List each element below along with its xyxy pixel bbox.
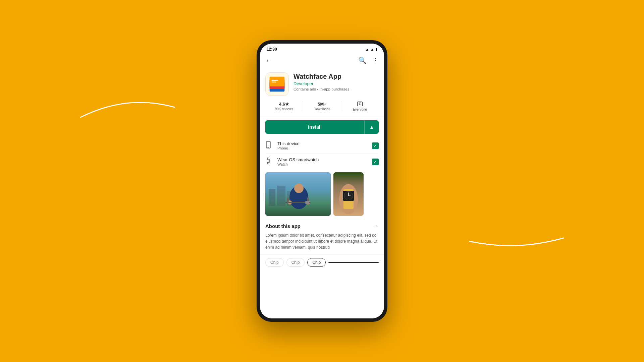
device-watch-type: Watch bbox=[277, 162, 372, 166]
install-btn-wrapper: Install ▲ bbox=[265, 120, 379, 134]
device-watch-checkbox[interactable]: ✓ bbox=[372, 159, 379, 165]
downloads-label: Downloads bbox=[314, 107, 330, 111]
svg-rect-21 bbox=[287, 197, 289, 203]
install-button[interactable]: Install bbox=[265, 120, 364, 134]
svg-rect-4 bbox=[271, 80, 278, 81]
install-section: Install ▲ bbox=[260, 116, 384, 138]
device-item-watch[interactable]: Wear OS smartwatch Watch ✓ bbox=[265, 154, 379, 170]
age-rating-icon: E bbox=[357, 102, 362, 106]
content-scroll: Watchface App Developer Contains ads • I… bbox=[260, 68, 384, 318]
back-icon[interactable]: ← bbox=[264, 55, 273, 66]
device-watch-name: Wear OS smartwatch bbox=[277, 157, 372, 162]
phone-frame: 12:30 ▲ ▲ ▮ ← 🔍 ⋮ bbox=[257, 40, 387, 322]
app-name: Watchface App bbox=[293, 72, 379, 80]
install-chevron[interactable]: ▲ bbox=[364, 120, 379, 134]
stats-row: 4.6★ 90K reviews 5M+ Downloads E Everyon… bbox=[260, 101, 384, 116]
chip-3[interactable]: Chip bbox=[307, 258, 326, 267]
status-bar: 12:30 ▲ ▲ ▮ bbox=[260, 44, 384, 54]
chip-2[interactable]: Chip bbox=[286, 258, 305, 267]
app-header: Watchface App Developer Contains ads • I… bbox=[260, 68, 384, 101]
svg-rect-5 bbox=[271, 81, 276, 82]
app-meta: Contains ads • In-app purchases bbox=[293, 87, 379, 91]
downloads-value: 5M+ bbox=[318, 102, 326, 107]
nav-actions: 🔍 ⋮ bbox=[357, 55, 380, 66]
screenshots-section bbox=[260, 170, 384, 219]
chip-underline bbox=[328, 262, 379, 263]
device-phone-text: This device Phone bbox=[277, 141, 372, 150]
phone-icon bbox=[265, 141, 277, 150]
screenshot-1 bbox=[265, 172, 331, 216]
stat-downloads: 5M+ Downloads bbox=[303, 102, 341, 111]
device-item-phone[interactable]: This device Phone ✓ bbox=[265, 138, 379, 154]
stat-rating: 4.6★ 90K reviews bbox=[265, 102, 303, 111]
wifi-icon: ▲ bbox=[365, 47, 369, 51]
svg-rect-13 bbox=[277, 186, 285, 206]
about-header: About this app → bbox=[265, 223, 379, 230]
status-time: 12:30 bbox=[267, 47, 277, 52]
svg-point-16 bbox=[294, 184, 304, 193]
device-phone-checkbox[interactable]: ✓ bbox=[372, 142, 379, 149]
stat-rating-age: E Everyone bbox=[341, 102, 379, 111]
svg-rect-12 bbox=[269, 189, 275, 206]
device-watch-text: Wear OS smartwatch Watch bbox=[277, 157, 372, 166]
app-info: Watchface App Developer Contains ads • I… bbox=[293, 72, 379, 91]
screenshot-2 bbox=[333, 172, 364, 216]
about-section: About this app → Lorem ipsum dolor sit a… bbox=[260, 219, 384, 254]
device-phone-type: Phone bbox=[277, 146, 372, 150]
age-rating-label: Everyone bbox=[353, 108, 367, 111]
chips-section: Chip Chip Chip bbox=[260, 254, 384, 270]
app-icon-wrapper bbox=[265, 72, 289, 96]
device-phone-name: This device bbox=[277, 141, 372, 146]
app-developer[interactable]: Developer bbox=[293, 81, 379, 86]
more-icon[interactable]: ⋮ bbox=[371, 55, 380, 66]
status-icons: ▲ ▲ ▮ bbox=[365, 47, 377, 52]
rating-label: 90K reviews bbox=[275, 107, 293, 111]
about-text: Lorem ipsum dolor sit amet, consectetur … bbox=[265, 232, 379, 250]
rating-value: 4.6★ bbox=[279, 102, 289, 107]
svg-rect-8 bbox=[267, 159, 270, 163]
about-title: About this app bbox=[265, 223, 301, 229]
battery-icon: ▮ bbox=[375, 47, 377, 52]
search-icon[interactable]: 🔍 bbox=[357, 55, 368, 66]
about-arrow-icon[interactable]: → bbox=[373, 223, 379, 230]
svg-rect-7 bbox=[267, 147, 269, 148]
svg-rect-23 bbox=[305, 201, 309, 204]
watch-icon bbox=[265, 157, 277, 166]
signal-icon: ▲ bbox=[370, 47, 374, 51]
chip-1[interactable]: Chip bbox=[265, 258, 284, 267]
nav-bar: ← 🔍 ⋮ bbox=[260, 54, 384, 68]
phone-screen: 12:30 ▲ ▲ ▮ ← 🔍 ⋮ bbox=[260, 44, 384, 318]
svg-rect-3 bbox=[270, 77, 285, 86]
device-options: This device Phone ✓ Wear OS smart bbox=[260, 138, 384, 170]
